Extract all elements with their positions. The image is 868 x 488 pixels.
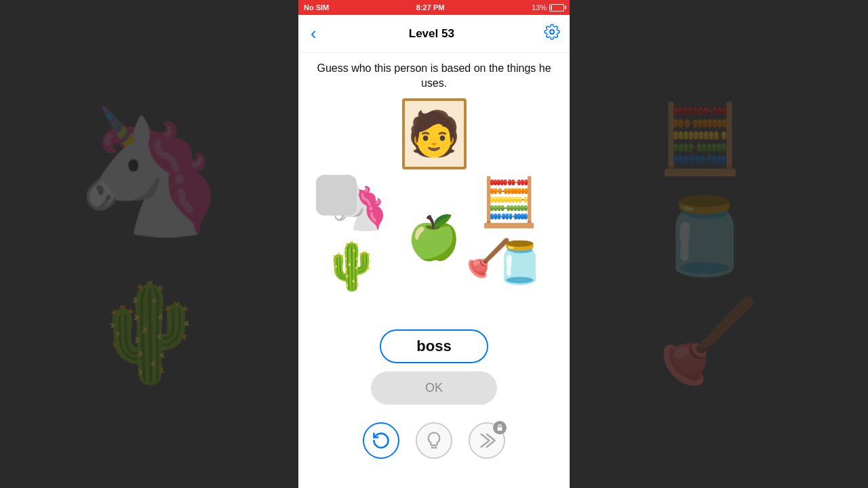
- replay-icon: [372, 431, 391, 450]
- person-emoji: 🧑: [407, 108, 461, 159]
- navigation-bar: ‹ Level 53: [298, 15, 570, 53]
- apple-item: 🍏: [407, 216, 461, 259]
- bg-unicorn-emoji: 🦄: [73, 100, 226, 243]
- back-button[interactable]: ‹: [308, 20, 319, 47]
- level-title: Level 53: [409, 27, 454, 41]
- bottom-toolbar: [363, 415, 505, 468]
- bg-plunger-emoji: 🪠: [658, 293, 760, 389]
- battery-icon: [549, 4, 564, 12]
- bulb-icon: [425, 431, 443, 450]
- bg-plant-emoji: 🌵: [90, 277, 209, 389]
- time-label: 8:27 PM: [416, 3, 445, 12]
- status-bar: No SIM 8:27 PM 13%: [298, 0, 570, 15]
- calculator-item: 🧮: [479, 178, 538, 226]
- gear-icon: [544, 24, 560, 40]
- skip-button[interactable]: [469, 422, 505, 459]
- background-left: 🦄 🌵: [0, 0, 298, 488]
- carrier-label: No SIM: [304, 3, 329, 12]
- background-right: 🧮 🫙 🪠: [570, 0, 868, 488]
- ok-button[interactable]: OK: [371, 371, 497, 405]
- phone-screen: No SIM 8:27 PM 13% ‹ Level 53 Guess who …: [298, 0, 570, 488]
- svg-rect-1: [498, 427, 502, 430]
- lock-badge: [493, 421, 507, 434]
- character-portrait: 🧑: [402, 98, 467, 169]
- grey-square: [316, 175, 357, 216]
- items-area: 🦄 🧮 🍏 🌵 🫙 🪠: [309, 175, 559, 324]
- clue-text: Guess who this person is based on the th…: [309, 61, 559, 92]
- skip-icon: [477, 431, 496, 450]
- bg-jar-emoji: 🫙: [658, 192, 751, 280]
- answer-display: boss: [380, 329, 488, 363]
- game-content: Guess who this person is based on the th…: [298, 53, 570, 488]
- lock-icon: [496, 424, 504, 432]
- hint-button[interactable]: [416, 422, 452, 459]
- replay-button[interactable]: [363, 422, 399, 459]
- battery-percent: 13%: [532, 3, 547, 12]
- plant-item: 🌵: [323, 243, 380, 289]
- plunger-item: 🪠: [466, 239, 511, 276]
- settings-button[interactable]: [544, 24, 560, 43]
- svg-point-0: [550, 30, 554, 34]
- bg-calc-emoji: 🧮: [658, 99, 743, 179]
- battery-fill: [551, 5, 552, 10]
- battery-area: 13%: [532, 3, 564, 12]
